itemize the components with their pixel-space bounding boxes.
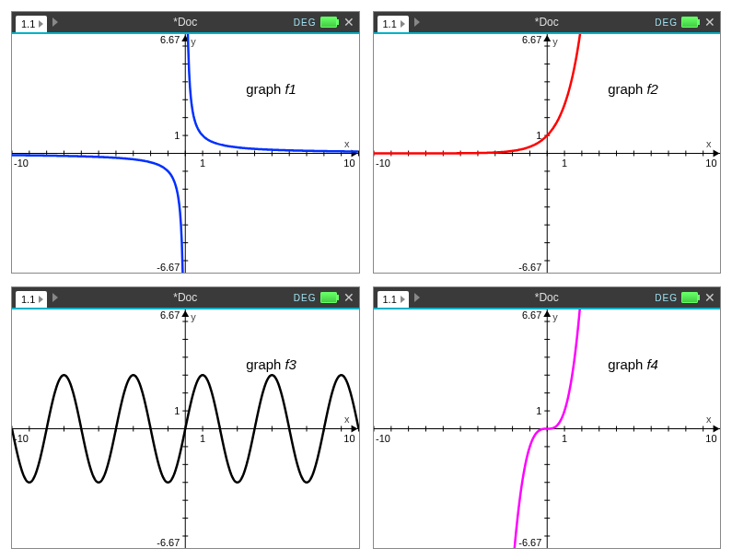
- chevron-right-icon: [401, 296, 405, 303]
- svg-text:10: 10: [343, 158, 354, 169]
- svg-marker-129: [181, 310, 189, 317]
- svg-text:-10: -10: [375, 433, 389, 444]
- graph-label: graph f2: [608, 81, 658, 97]
- angle-mode-label: DEG: [655, 293, 678, 303]
- svg-text:1: 1: [174, 405, 180, 416]
- document-title: *Doc: [173, 16, 197, 29]
- svg-text:y: y: [552, 311, 558, 322]
- page-tab[interactable]: 1.1: [378, 16, 409, 32]
- svg-text:1: 1: [174, 130, 180, 141]
- svg-text:x: x: [706, 414, 712, 425]
- svg-marker-174: [713, 425, 719, 432]
- curve-f1: [12, 155, 182, 272]
- page-tab[interactable]: 1.1: [16, 291, 47, 308]
- page-tab-label: 1.1: [21, 294, 35, 305]
- titlebar: 1.1 *Doc DEG ✕: [374, 287, 721, 309]
- page-tab-label: 1.1: [383, 18, 397, 29]
- svg-text:y: y: [552, 36, 558, 47]
- calculator-window-f2: 1.1 *Doc DEG ✕ xy-101016.67-6.671graph f…: [373, 11, 722, 274]
- svg-marker-83: [543, 35, 551, 41]
- svg-text:1: 1: [200, 433, 205, 444]
- svg-text:-6.67: -6.67: [157, 262, 180, 273]
- svg-text:10: 10: [343, 433, 354, 444]
- svg-text:-10: -10: [14, 158, 29, 169]
- titlebar-right: DEG ✕: [655, 15, 720, 29]
- svg-text:x: x: [344, 414, 350, 425]
- svg-text:10: 10: [705, 433, 716, 444]
- plot-area[interactable]: xy-101016.67-6.671graph f3: [12, 309, 359, 548]
- svg-text:6.67: 6.67: [521, 309, 540, 321]
- nav-next-icon[interactable]: [52, 18, 58, 27]
- svg-text:1: 1: [536, 405, 541, 416]
- svg-text:-6.67: -6.67: [157, 537, 180, 548]
- close-icon[interactable]: ✕: [341, 290, 357, 305]
- calculator-window-f4: 1.1 *Doc DEG ✕ xy-101016.67-6.671graph f…: [373, 286, 722, 549]
- graph-label: graph f4: [608, 356, 658, 372]
- battery-icon: [320, 292, 337, 303]
- svg-text:x: x: [344, 138, 350, 149]
- plot-svg: xy-101016.67-6.671graph f1: [12, 34, 359, 273]
- close-icon[interactable]: ✕: [702, 290, 718, 305]
- chevron-right-icon: [39, 20, 43, 28]
- svg-text:1: 1: [200, 158, 205, 169]
- angle-mode-label: DEG: [294, 18, 317, 28]
- battery-icon: [681, 17, 698, 28]
- plot-svg: xy-101016.67-6.671graph f3: [12, 309, 359, 548]
- document-title: *Doc: [535, 291, 559, 304]
- close-icon[interactable]: ✕: [341, 15, 357, 29]
- svg-marker-175: [543, 310, 551, 317]
- titlebar-right: DEG ✕: [294, 15, 359, 29]
- chevron-right-icon: [401, 20, 405, 28]
- angle-mode-label: DEG: [294, 293, 317, 303]
- titlebar: 1.1 *Doc DEG ✕: [374, 12, 721, 34]
- plot-svg: xy-101016.67-6.671graph f2: [374, 34, 721, 273]
- plot-area[interactable]: xy-101016.67-6.671graph f4: [374, 309, 721, 548]
- graph-label: graph f1: [246, 81, 296, 97]
- svg-text:x: x: [706, 138, 712, 149]
- svg-text:1: 1: [536, 130, 541, 141]
- angle-mode-label: DEG: [655, 18, 678, 28]
- svg-text:-6.67: -6.67: [518, 262, 541, 273]
- battery-icon: [320, 17, 337, 28]
- graph-label: graph f3: [246, 356, 296, 372]
- battery-icon: [681, 292, 698, 303]
- page-tab[interactable]: 1.1: [16, 16, 47, 32]
- svg-text:6.67: 6.67: [160, 34, 180, 45]
- titlebar: 1.1 *Doc DEG ✕: [12, 287, 359, 309]
- page-tab[interactable]: 1.1: [378, 291, 409, 308]
- svg-text:y: y: [191, 311, 196, 322]
- svg-text:10: 10: [705, 158, 716, 169]
- svg-marker-128: [352, 425, 358, 432]
- nav-next-icon[interactable]: [52, 293, 58, 302]
- calculator-window-f3: 1.1 *Doc DEG ✕ xy-101016.67-6.671graph f…: [11, 286, 360, 549]
- calculator-window-f1: 1.1 *Doc DEG ✕ xy-101016.67-6.671graph f…: [11, 11, 360, 274]
- plot-svg: xy-101016.67-6.671graph f4: [374, 309, 721, 548]
- nav-next-icon[interactable]: [414, 18, 420, 27]
- titlebar: 1.1 *Doc DEG ✕: [12, 12, 359, 34]
- nav-next-icon[interactable]: [414, 293, 420, 302]
- svg-text:6.67: 6.67: [160, 309, 180, 321]
- plot-area[interactable]: xy-101016.67-6.671graph f1: [12, 34, 359, 273]
- close-icon[interactable]: ✕: [702, 15, 718, 29]
- svg-marker-82: [713, 149, 719, 157]
- page-tab-label: 1.1: [383, 294, 397, 305]
- svg-text:-10: -10: [14, 433, 29, 444]
- page-tab-label: 1.1: [21, 18, 35, 29]
- svg-text:6.67: 6.67: [521, 34, 540, 45]
- chevron-right-icon: [39, 296, 43, 303]
- svg-text:-6.67: -6.67: [518, 537, 541, 548]
- plot-area[interactable]: xy-101016.67-6.671graph f2: [374, 34, 721, 273]
- svg-text:1: 1: [562, 433, 567, 444]
- curve-f2: [374, 34, 584, 154]
- document-title: *Doc: [535, 16, 559, 29]
- svg-text:1: 1: [562, 158, 567, 169]
- svg-text:-10: -10: [375, 158, 389, 169]
- titlebar-right: DEG ✕: [294, 290, 359, 305]
- svg-text:y: y: [191, 36, 196, 47]
- titlebar-right: DEG ✕: [655, 290, 720, 305]
- document-title: *Doc: [173, 291, 197, 304]
